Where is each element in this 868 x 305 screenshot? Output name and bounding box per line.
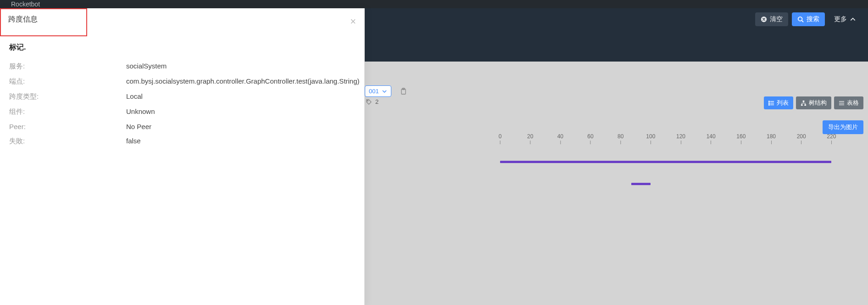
copy-button[interactable] [398,86,409,97]
brand-label: Rocketbot [11,0,40,8]
svg-line-2 [802,21,804,23]
modal-title-box: 跨度信息 [0,8,87,36]
tag-value: Unknown [126,107,155,116]
axis-tick: 20 [527,133,533,144]
axis-tick-mark [620,141,621,144]
axis-tick: 180 [767,133,776,144]
tag-row: 失敗:false [9,134,355,149]
tag-key: 服务: [9,62,126,71]
tag-key: Peer: [9,123,126,130]
tag-value: No Peer [126,123,151,130]
tree-view-label: 树结构 [809,99,827,107]
axis-tick-label: 180 [767,133,776,140]
axis-tick-mark [681,141,681,144]
tag-key: 组件: [9,107,126,116]
axis-tick-label: 20 [527,133,533,140]
svg-point-10 [768,102,769,103]
span-tags-table: 服务:socialSystem端点:com.bysj.socialsystem.… [0,56,364,152]
table-view-label: 表格 [847,99,859,107]
axis-tick: 60 [587,133,593,144]
clear-label: 清空 [770,15,783,23]
axis-tick-label: 200 [797,133,806,140]
tag-row: 跨度类型:Local [9,89,355,104]
more-button[interactable]: 更多 [829,12,862,26]
svg-point-5 [367,100,368,101]
span-bar[interactable] [500,161,831,163]
list-icon [768,100,774,106]
axis-tick-label: 0 [499,133,502,140]
axis-tick-label: 40 [557,133,563,140]
axis-tick-mark [741,141,741,144]
trace-dropdown-value: 001 [369,88,379,95]
tree-icon [801,100,807,106]
axis-tick-label: 80 [618,133,623,140]
axis-tick-label: 160 [736,133,746,140]
span-count: 2 [375,98,378,105]
tag-value: com.bysj.socialsystem.graph.controller.G… [126,77,360,86]
tag-row: 端点:com.bysj.socialsystem.graph.controlle… [9,74,355,89]
clipboard-icon [400,88,407,95]
tag-icon [366,99,372,105]
chevron-down-icon [382,89,387,94]
clear-button[interactable]: 清空 [755,12,788,26]
svg-point-9 [768,101,769,102]
axis-tick: 40 [557,133,563,144]
tree-view-button[interactable]: 树结构 [796,96,831,109]
axis-tick: 100 [646,133,655,144]
axis-tick-label: 220 [827,133,836,140]
axis-tick-mark [831,141,832,144]
axis-tick: 160 [736,133,746,144]
tag-key: 失敗: [9,137,126,146]
axis-tick-label: 100 [646,133,655,140]
svg-point-1 [798,17,802,21]
span-count-row: 2 [366,98,378,105]
tag-value: socialSystem [126,62,167,71]
axis-tick: 120 [676,133,685,144]
axis-tick-mark [771,141,772,144]
modal-section-label: 标记. [0,36,364,56]
close-icon[interactable]: × [350,17,356,27]
svg-rect-12 [803,100,805,102]
timeline-axis: 020406080100120140160180200220 [500,133,862,146]
chevron-up-icon [850,16,856,23]
axis-tick-mark [590,141,590,144]
trace-dropdown[interactable]: 001 [365,85,391,97]
search-icon [797,16,804,23]
axis-tick-mark [711,141,711,144]
tag-row: 服务:socialSystem [9,59,355,74]
tag-row: Peer:No Peer [9,119,355,134]
svg-point-11 [768,104,769,105]
svg-rect-13 [801,104,803,106]
trace-selector-row: 001 [365,85,409,97]
axis-tick: 220 [827,133,836,144]
axis-tick-label: 120 [676,133,685,140]
list-view-button[interactable]: 列表 [764,96,793,109]
tag-key: 端点: [9,77,126,86]
table-icon [839,100,845,106]
tag-row: 组件:Unknown [9,104,355,119]
axis-tick: 140 [707,133,716,144]
axis-tick-mark [651,141,651,144]
axis-tick-label: 140 [707,133,716,140]
search-button[interactable]: 搜索 [792,12,825,26]
search-label: 搜索 [807,15,819,23]
axis-tick-mark [530,141,530,144]
modal-title: 跨度信息 [8,15,79,24]
axis-tick-mark [801,141,801,144]
list-view-label: 列表 [777,99,789,107]
close-circle-icon [761,16,767,23]
export-image-button[interactable]: 导出为图片 [823,120,863,134]
axis-tick: 0 [499,133,502,144]
more-label: 更多 [834,15,847,23]
span-bar[interactable] [631,183,651,185]
app-header: Rocketbot [0,0,868,8]
axis-tick: 200 [797,133,806,144]
tag-key: 跨度类型: [9,92,126,101]
span-info-modal: 跨度信息 × 标记. 服务:socialSystem端点:com.bysj.so… [0,8,365,305]
axis-tick: 80 [618,133,623,144]
axis-tick-mark [560,141,561,144]
table-view-button[interactable]: 表格 [834,96,863,109]
axis-tick-mark [500,141,501,144]
svg-rect-14 [804,104,806,106]
axis-tick-label: 60 [587,133,593,140]
